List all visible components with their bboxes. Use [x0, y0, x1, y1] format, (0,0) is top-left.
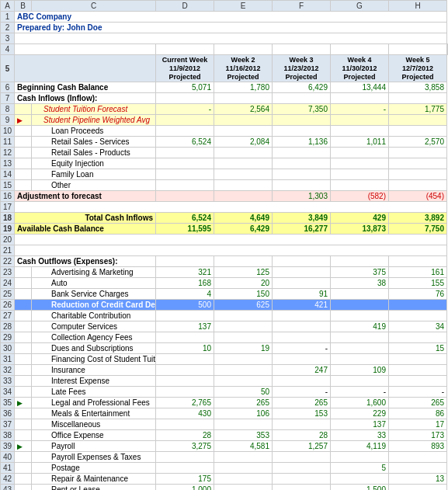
row-35-num: 35	[1, 398, 15, 408]
repair-e	[214, 474, 273, 485]
postage-f	[273, 463, 331, 474]
office-d: 28	[156, 430, 214, 441]
col-f-header: F	[273, 1, 331, 12]
rent-e	[214, 485, 273, 490]
row-2-num: 2	[1, 23, 15, 33]
row-43-b	[15, 485, 32, 490]
row-31-b	[15, 354, 32, 365]
row-22-g	[331, 256, 389, 267]
rent-d: 1,000	[156, 485, 214, 490]
available-cash-e: 6,429	[214, 224, 273, 235]
interest-e	[214, 376, 273, 387]
computer-e	[214, 321, 273, 332]
office-g: 33	[331, 430, 389, 441]
row-19-num: 19	[1, 224, 15, 235]
family-loan-label: Family Loan	[32, 169, 156, 180]
computer-h: 34	[389, 321, 447, 332]
row-10-b	[15, 126, 32, 137]
col-a-header: A	[1, 1, 15, 12]
available-cash-h: 7,750	[389, 224, 447, 235]
credit-card-f: 421	[273, 300, 331, 311]
collection-h	[389, 332, 447, 343]
row-7-e	[214, 93, 273, 104]
other-label: Other	[32, 180, 156, 191]
misc-e	[214, 419, 273, 430]
row-4-empty7	[447, 44, 448, 55]
dues-h: 15	[389, 343, 447, 354]
legal-e: 265	[214, 398, 273, 408]
misc-d	[156, 419, 214, 430]
row-35-b: ▶	[15, 398, 32, 408]
row-20-num: 20	[1, 235, 15, 245]
row-15-num: 15	[1, 180, 15, 191]
misc-g: 137	[331, 419, 389, 430]
col-e-header: E	[214, 1, 273, 12]
insurance-d	[156, 365, 214, 376]
bank-charges-g	[331, 289, 389, 300]
row-7-d	[156, 93, 214, 104]
row-4-empty3	[214, 44, 273, 55]
legal-f: 265	[273, 398, 331, 408]
postage-h	[389, 463, 447, 474]
beginning-cash-label: Beginning Cash Balance	[15, 82, 156, 93]
payroll-taxes-f	[273, 452, 331, 463]
row-12-num: 12	[1, 148, 15, 158]
total-inflows-d: 6,524	[156, 213, 214, 224]
late-fees-e: 50	[214, 387, 273, 398]
meals-e: 106	[214, 408, 273, 419]
retail-products-d	[156, 148, 214, 158]
advertising-h: 161	[389, 267, 447, 278]
auto-d: 168	[156, 278, 214, 289]
beginning-cash-g: 13,444	[331, 82, 389, 93]
financing-h	[389, 354, 447, 365]
interest-h	[389, 376, 447, 387]
row-36-b	[15, 408, 32, 419]
bank-charges-label: Bank Service Charges	[32, 289, 156, 300]
row-24-num: 24	[1, 278, 15, 289]
collection-label: Collection Agency Fees	[32, 332, 156, 343]
row-18-num: 18	[1, 213, 15, 224]
row-27-num: 27	[1, 311, 15, 321]
computer-label: Computer Services	[32, 321, 156, 332]
row-4-empty4	[273, 44, 331, 55]
row-9-b: ▶	[15, 115, 32, 126]
adjustment-e	[214, 191, 273, 202]
row-34-b	[15, 387, 32, 398]
row-22-d	[156, 256, 214, 267]
adjustment-f: 1,303	[273, 191, 331, 202]
payroll-taxes-h	[389, 452, 447, 463]
student-pipeline-d	[156, 115, 214, 126]
dues-d: 10	[156, 343, 214, 354]
total-inflows-label: Total Cash Inflows	[15, 213, 156, 224]
row-27-b	[15, 311, 32, 321]
row-3-num: 3	[1, 33, 15, 44]
misc-f	[273, 419, 331, 430]
auto-g: 38	[331, 278, 389, 289]
row-7-num: 7	[1, 93, 15, 104]
row-7-h	[389, 93, 447, 104]
row-8-num: 8	[1, 104, 15, 115]
week-2-header: Week 211/16/2012Projected	[214, 55, 273, 82]
family-loan-g	[331, 169, 389, 180]
interest-f	[273, 376, 331, 387]
other-e	[214, 180, 273, 191]
week-3-header: Week 311/23/2012Projected	[273, 55, 331, 82]
payroll-taxes-d	[156, 452, 214, 463]
interest-g	[331, 376, 389, 387]
retail-products-f	[273, 148, 331, 158]
bank-charges-e: 150	[214, 289, 273, 300]
week-4-header: Week 411/30/2012Projected	[331, 55, 389, 82]
student-tuition-f: 7,350	[273, 104, 331, 115]
computer-d: 137	[156, 321, 214, 332]
other-g	[331, 180, 389, 191]
loan-proceeds-d	[156, 126, 214, 137]
beginning-cash-e: 1,780	[214, 82, 273, 93]
other-h	[389, 180, 447, 191]
row-26-b	[15, 300, 32, 311]
computer-f	[273, 321, 331, 332]
insurance-h	[389, 365, 447, 376]
meals-f: 153	[273, 408, 331, 419]
row-23-num: 23	[1, 267, 15, 278]
retail-products-label: Retail Sales - Products	[32, 148, 156, 158]
loan-proceeds-g	[331, 126, 389, 137]
